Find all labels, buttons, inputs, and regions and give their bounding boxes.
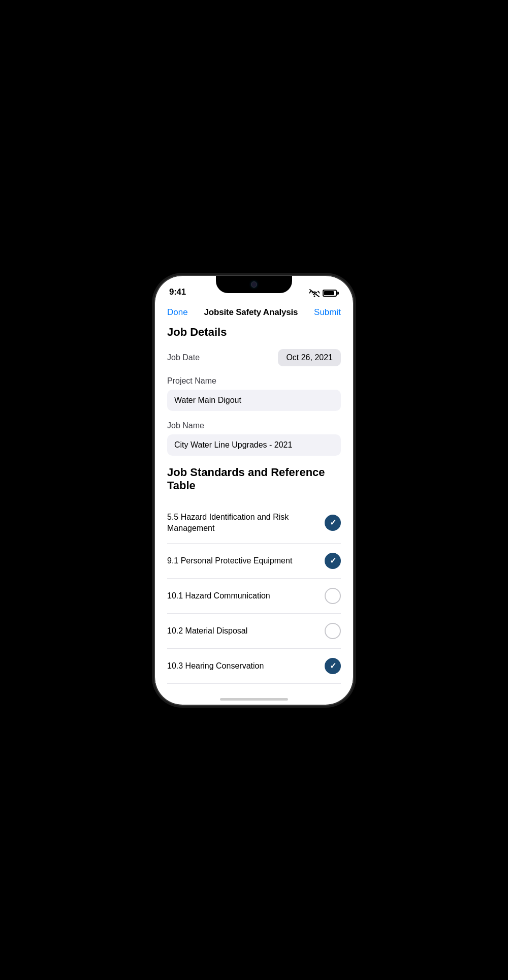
- standard-item: 9.1 Personal Protective Equipment✓: [167, 544, 341, 579]
- standard-checkbox[interactable]: ✓: [325, 515, 341, 531]
- standard-label: 5.5 Hazard Identification and Risk Manag…: [167, 512, 325, 534]
- standard-checkbox[interactable]: ✓: [325, 658, 341, 674]
- job-date-value[interactable]: Oct 26, 2021: [278, 349, 341, 366]
- status-icons: [309, 289, 339, 297]
- standard-item: 10.2 Material Disposal: [167, 614, 341, 649]
- done-button[interactable]: Done: [167, 307, 188, 318]
- home-indicator: [220, 698, 288, 701]
- standard-item: 10.3 Hearing Conservation✓: [167, 649, 341, 684]
- standard-label: 9.1 Personal Protective Equipment: [167, 555, 325, 566]
- page-title: Jobsite Safety Analysis: [204, 307, 298, 318]
- job-name-block: Job Name: [167, 421, 341, 456]
- job-name-label: Job Name: [167, 421, 341, 430]
- standard-item: 10.1 Hazard Communication: [167, 579, 341, 614]
- standards-title: Job Standards and Reference Table: [167, 466, 341, 492]
- phone-frame: 9:41: [155, 276, 353, 705]
- checkmark-icon: ✓: [330, 662, 336, 670]
- svg-point-0: [314, 295, 315, 297]
- standard-item: 10.4 Ergonomics: [167, 684, 341, 687]
- status-time: 9:41: [169, 287, 186, 297]
- standard-checkbox[interactable]: ✓: [325, 553, 341, 569]
- project-name-input[interactable]: [167, 390, 341, 411]
- project-name-block: Project Name: [167, 376, 341, 411]
- job-name-input[interactable]: [167, 434, 341, 456]
- job-date-row: Job Date Oct 26, 2021: [167, 349, 341, 366]
- front-camera: [251, 281, 257, 288]
- standards-section: Job Standards and Reference Table 5.5 Ha…: [167, 466, 341, 687]
- checkmark-icon: ✓: [330, 519, 336, 527]
- battery-icon: [323, 290, 339, 297]
- standard-label: 10.1 Hazard Communication: [167, 590, 325, 602]
- wifi-off-icon: [309, 289, 320, 297]
- job-details-section: Job Details Job Date Oct 26, 2021 Projec…: [167, 326, 341, 456]
- standard-checkbox[interactable]: [325, 588, 341, 604]
- phone-screen: 9:41: [155, 276, 353, 705]
- standard-item: 5.5 Hazard Identification and Risk Manag…: [167, 502, 341, 544]
- project-name-label: Project Name: [167, 376, 341, 386]
- submit-button[interactable]: Submit: [314, 307, 341, 318]
- notch: [216, 276, 292, 293]
- job-details-title: Job Details: [167, 326, 341, 339]
- standard-label: 10.2 Material Disposal: [167, 625, 325, 637]
- job-date-label: Job Date: [167, 353, 200, 362]
- main-content: Done Jobsite Safety Analysis Submit Job …: [155, 301, 353, 687]
- checkmark-icon: ✓: [330, 557, 336, 565]
- standard-checkbox[interactable]: [325, 623, 341, 639]
- standard-label: 10.3 Hearing Conservation: [167, 660, 325, 672]
- nav-bar: Done Jobsite Safety Analysis Submit: [167, 301, 341, 326]
- standards-list: 5.5 Hazard Identification and Risk Manag…: [167, 502, 341, 687]
